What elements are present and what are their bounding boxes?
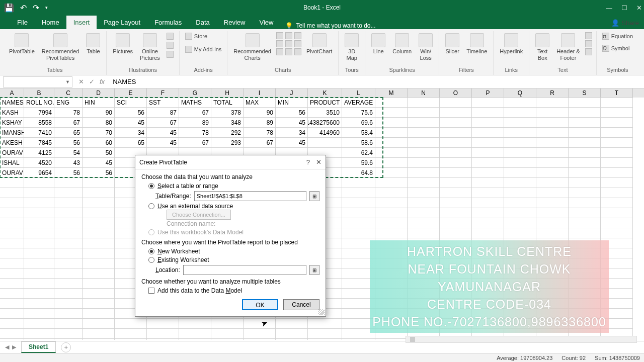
cell[interactable]: IMANSH — [0, 128, 24, 138]
cell[interactable] — [24, 339, 54, 340]
cell[interactable] — [569, 138, 601, 148]
cell[interactable] — [472, 218, 504, 228]
tab-review[interactable]: Review — [217, 16, 253, 29]
bar-chart-icon[interactable] — [276, 40, 283, 47]
cell[interactable] — [375, 228, 408, 238]
cell[interactable] — [0, 198, 24, 208]
cell[interactable] — [375, 208, 408, 218]
cell[interactable] — [0, 238, 24, 248]
undo-icon[interactable]: ↶ — [20, 3, 27, 13]
cell[interactable] — [24, 319, 54, 329]
cell[interactable] — [375, 158, 408, 168]
cell[interactable] — [601, 178, 633, 188]
cell[interactable] — [54, 258, 83, 268]
cell[interactable] — [536, 168, 569, 178]
cell[interactable]: 67 — [179, 108, 211, 118]
cell[interactable] — [375, 118, 408, 128]
table-row[interactable]: KSHAY855867804567893488945143827560069.6 — [0, 118, 644, 128]
cell[interactable] — [83, 268, 115, 279]
cell[interactable] — [504, 168, 536, 178]
screenshot-button[interactable] — [165, 50, 175, 58]
other-chart-icon[interactable] — [294, 48, 301, 55]
table-row[interactable]: IMANSH74106570344578292783441496058.4 — [0, 128, 644, 138]
col-header-F[interactable]: F — [147, 88, 179, 98]
cell[interactable] — [342, 228, 375, 238]
cell[interactable] — [54, 228, 83, 238]
cell[interactable]: 56 — [115, 108, 147, 118]
cell[interactable]: PRODUCT — [308, 98, 342, 108]
symbol-button[interactable]: ΩSymbol — [601, 44, 634, 52]
cell[interactable] — [83, 339, 115, 340]
cell[interactable]: 70 — [83, 128, 115, 138]
range-selector-button[interactable]: ⊞ — [309, 265, 319, 275]
name-box[interactable]: ▼ — [3, 76, 72, 87]
cell[interactable] — [276, 329, 308, 339]
signature-icon[interactable] — [585, 40, 592, 47]
cell[interactable] — [440, 168, 472, 178]
cell[interactable]: OURAV — [0, 168, 24, 178]
cell[interactable] — [83, 198, 115, 208]
cell[interactable]: 87 — [147, 108, 179, 118]
cell[interactable] — [569, 148, 601, 158]
redo-icon[interactable]: ↷ — [33, 3, 39, 13]
pictures-button[interactable]: Pictures — [111, 32, 135, 56]
cell[interactable]: 60 — [83, 138, 115, 148]
cell[interactable]: 292 — [211, 128, 244, 138]
cell[interactable] — [440, 228, 472, 238]
cell[interactable]: 34 — [276, 128, 308, 138]
cell[interactable] — [408, 228, 440, 238]
cell[interactable] — [54, 279, 83, 289]
cell[interactable] — [0, 299, 24, 309]
table-range-input[interactable] — [194, 191, 306, 201]
cell[interactable] — [54, 299, 83, 309]
cell[interactable] — [440, 208, 472, 218]
cell[interactable] — [504, 128, 536, 138]
cell[interactable] — [54, 309, 83, 319]
slicer-button[interactable]: Slicer — [443, 32, 461, 56]
cell[interactable]: MAX — [244, 98, 276, 108]
cancel-formula-icon[interactable]: ✕ — [78, 78, 84, 85]
cell[interactable] — [83, 258, 115, 268]
cell[interactable] — [54, 319, 83, 329]
textbox-button[interactable]: Text Box — [533, 32, 551, 62]
cell[interactable] — [472, 198, 504, 208]
pie-chart-icon[interactable] — [294, 32, 301, 39]
tab-home[interactable]: Home — [35, 16, 66, 29]
cell[interactable]: 58.6 — [342, 138, 375, 148]
cell[interactable] — [504, 118, 536, 128]
save-icon[interactable]: 💾 — [4, 3, 14, 13]
tab-page-layout[interactable]: Page Layout — [97, 16, 147, 29]
col-header-L[interactable]: L — [342, 88, 375, 98]
cell[interactable] — [24, 188, 54, 198]
cell[interactable] — [472, 148, 504, 158]
cell[interactable] — [601, 158, 633, 168]
cell[interactable] — [24, 289, 54, 299]
cell[interactable] — [24, 268, 54, 279]
cell[interactable] — [536, 228, 569, 238]
cell[interactable] — [440, 98, 472, 108]
cell[interactable] — [308, 339, 342, 340]
pivottable-button[interactable]: PivotTable — [7, 32, 37, 56]
cell[interactable]: 90 — [83, 108, 115, 118]
cell[interactable] — [504, 218, 536, 228]
cell[interactable] — [601, 108, 633, 118]
cell[interactable]: 45 — [147, 138, 179, 148]
store-button[interactable]: Store — [184, 32, 223, 40]
col-header-A[interactable]: A — [0, 88, 24, 98]
cell[interactable] — [408, 118, 440, 128]
cell[interactable] — [536, 188, 569, 198]
cell[interactable] — [24, 248, 54, 258]
cell[interactable]: 7410 — [24, 128, 54, 138]
cell[interactable]: 50 — [83, 148, 115, 158]
chevron-down-icon[interactable]: ▼ — [65, 79, 70, 84]
cell[interactable]: 67 — [179, 138, 211, 148]
cell[interactable] — [472, 168, 504, 178]
table-row[interactable]: KASH799478905687673789056351075.6 — [0, 108, 644, 118]
cell[interactable]: 45 — [83, 158, 115, 168]
cell[interactable]: 9654 — [24, 168, 54, 178]
col-header-Q[interactable]: Q — [504, 88, 536, 98]
cell[interactable]: 67 — [147, 118, 179, 128]
cell[interactable] — [504, 108, 536, 118]
cell[interactable] — [24, 279, 54, 289]
cell[interactable] — [504, 198, 536, 208]
